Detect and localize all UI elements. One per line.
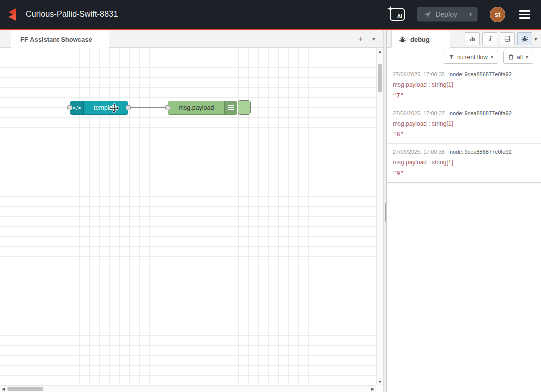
flowfuse-logo[interactable] [6,7,20,21]
splitter-handle[interactable] [385,203,386,222]
flow-canvas[interactable]: </> template msg.payload [0,48,376,385]
ai-assistant-button[interactable]: AI [390,8,405,21]
scroll-left-arrow-icon[interactable]: ◀ [0,386,7,392]
deploy-options-button[interactable]: ▾ [464,7,477,21]
chart-icon [469,35,476,42]
trash-icon [508,54,514,60]
deploy-button[interactable]: Deploy [417,7,464,21]
debug-message[interactable]: 27/06/2025, 17:00:35 node: 9cea886877e0f… [387,66,541,105]
message-value: "8" [393,131,535,138]
caret-down-icon: ▾ [469,11,472,18]
flow-editor: FF Assistant Showcase + ▾ [0,30,383,392]
workspace-tab-label: FF Assistant Showcase [20,36,92,43]
add-flow-button[interactable]: + [358,35,363,43]
tab-dashboard-button[interactable] [465,32,480,45]
plus-icon: + [358,34,363,44]
debug-toolbar: current flow ▾ all ▾ [387,48,541,66]
message-node-id: node: 9cea886877e0fa92 [450,110,512,116]
debug-enable-toggle[interactable] [238,100,251,115]
deploy-button-group: Deploy ▾ [417,7,478,22]
message-property: msg.payload : string[1] [393,159,535,166]
user-avatar[interactable]: st [490,7,505,22]
avatar-initials: st [495,11,501,18]
node-label: msg.payload [168,104,224,111]
tab-info-button[interactable]: i [482,32,497,45]
scroll-up-arrow-icon[interactable]: ▲ [377,48,383,55]
app-header: Curious-Pallid-Swift-8831 AI Deploy ▾ st [0,0,541,30]
input-port[interactable] [67,105,72,110]
sparkle-icon [387,6,393,12]
canvas-wrap: </> template msg.payload ▲ [0,48,383,392]
debug-message[interactable]: 27/06/2025, 17:00:37 node: 9cea886877e0f… [387,105,541,144]
message-timestamp: 27/06/2025, 17:00:35 [393,71,445,77]
scroll-down-arrow-icon[interactable]: ▼ [377,378,383,385]
deploy-label: Deploy [435,10,457,18]
tab-help-button[interactable] [500,32,515,45]
clear-label: all [517,54,523,61]
debug-message-list: 27/06/2025, 17:00:35 node: 9cea886877e0f… [387,66,541,183]
tab-debug[interactable]: debug [391,31,450,48]
node-template[interactable]: </> template [70,101,128,115]
tab-debug-button[interactable] [517,32,532,45]
horizontal-scroll-thumb[interactable] [7,387,43,391]
template-code-icon: </> [70,101,84,114]
wire[interactable] [128,107,168,108]
code-glyph: </> [72,105,81,111]
message-property: msg.payload : string[1] [393,81,535,88]
scroll-right-arrow-icon[interactable]: ▶ [369,386,376,392]
debug-filter-button[interactable]: current flow ▾ [444,51,498,64]
caret-down-icon: ▾ [534,35,537,42]
info-icon: i [488,35,491,42]
horizontal-scrollbar[interactable]: ◀ ▶ [0,385,376,392]
message-property: msg.payload : string[1] [393,120,535,127]
input-port[interactable] [165,105,170,110]
node-label: template [84,104,128,111]
sidebar-tabbar: debug i ▾ [387,30,541,48]
hamburger-icon [519,10,530,19]
debug-clear-button[interactable]: all ▾ [503,51,533,64]
funnel-icon [449,54,454,60]
bug-icon [399,36,406,43]
message-value: "9" [393,170,535,177]
vertical-scroll-thumb[interactable] [378,64,382,92]
message-value: "7" [393,92,535,99]
caret-down-icon: ▾ [526,54,528,60]
ai-label: AI [397,13,402,19]
filter-label: current flow [457,54,488,61]
sidebar-tab-icons: i [465,32,532,45]
vertical-scrollbar[interactable]: ▲ ▼ [376,48,383,385]
message-timestamp: 27/06/2025, 17:00:37 [393,110,445,116]
sidebar-splitter[interactable] [383,30,387,392]
message-node-id: node: 9cea886877e0fa92 [450,149,512,155]
output-port[interactable] [126,105,131,110]
caret-down-icon: ▾ [491,54,493,60]
sidebar-tab-label: debug [410,36,430,43]
main-menu-button[interactable] [517,8,532,21]
node-debug[interactable]: msg.payload [168,101,237,115]
bug-icon [521,35,528,42]
instance-title: Curious-Pallid-Swift-8831 [26,10,118,19]
flowfuse-logo-icon [6,7,20,21]
sidebar-tabs-menu-button[interactable]: ▾ [534,35,537,42]
workspace-tab[interactable]: FF Assistant Showcase [11,31,109,48]
caret-down-icon: ▾ [372,35,375,42]
app-window: Curious-Pallid-Swift-8831 AI Deploy ▾ st [0,0,541,392]
message-node-id: node: 9cea886877e0fa92 [450,71,512,77]
message-timestamp: 27/06/2025, 17:00:38 [393,149,445,155]
workspace-tabbar: FF Assistant Showcase + ▾ [0,30,383,48]
debug-list-icon [224,101,237,114]
book-icon [504,35,511,42]
flow-list-button[interactable]: ▾ [372,36,375,42]
deploy-icon [424,11,431,18]
right-sidebar: debug i ▾ [387,30,541,392]
debug-message[interactable]: 27/06/2025, 17:00:38 node: 9cea886877e0f… [387,144,541,182]
